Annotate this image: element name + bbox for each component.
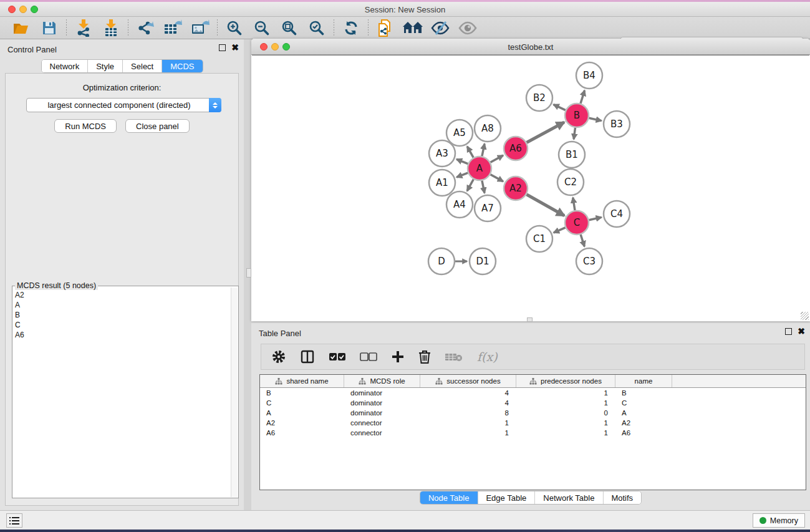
add-row-icon[interactable] [391, 347, 405, 366]
save-session-icon[interactable] [39, 19, 60, 37]
node-D1[interactable]: D1 [470, 248, 496, 274]
edge-A6-B[interactable] [527, 122, 564, 143]
deselect-all-icon[interactable] [360, 347, 377, 366]
run-mcds-button[interactable]: Run MCDS [54, 119, 117, 133]
table-cell[interactable]: B [260, 389, 344, 397]
table-cell[interactable]: 1 [516, 389, 615, 397]
zoom-out-icon[interactable] [251, 19, 272, 37]
network-graph[interactable]: AA1A2A3A4A5A6A7A8BB1B2B3B4CC1C2C3C4DD1 [252, 56, 809, 321]
edge-A-A2[interactable] [491, 175, 503, 181]
node-A6[interactable]: A6 [504, 137, 528, 160]
horizontal-divider-grip[interactable] [527, 317, 533, 322]
table-cell[interactable]: B [615, 389, 672, 397]
settings-gear-icon[interactable] [271, 347, 286, 366]
edge-B-B2[interactable] [554, 105, 566, 110]
edge-A-A5[interactable] [467, 147, 473, 158]
node-B1[interactable]: B1 [559, 142, 585, 168]
edge-B-B4[interactable] [581, 90, 585, 104]
tab-select[interactable]: Select [123, 60, 162, 72]
node-C4[interactable]: C4 [604, 201, 630, 227]
node-D[interactable]: D [428, 248, 455, 274]
node-A2[interactable]: A2 [504, 177, 528, 200]
tab-style[interactable]: Style [88, 60, 123, 72]
result-item[interactable]: A [15, 300, 24, 310]
criterion-dropdown[interactable]: largest connected component (directed) [26, 98, 221, 112]
table-cell[interactable]: 4 [420, 389, 516, 397]
node-C1[interactable]: C1 [526, 226, 552, 252]
node-A3[interactable]: A3 [429, 140, 455, 167]
tab-mcds[interactable]: MCDS [162, 60, 202, 72]
edge-A-A8[interactable] [482, 143, 485, 156]
table-row[interactable]: A6connector11A6 [260, 428, 806, 438]
export-network-icon[interactable] [135, 19, 156, 37]
column-header-shared-name[interactable]: shared name [260, 375, 344, 387]
result-scrollbar[interactable] [231, 288, 238, 497]
node-A4[interactable]: A4 [446, 191, 473, 218]
show-column-icon[interactable] [300, 347, 315, 366]
edge-C-C1[interactable] [554, 228, 566, 233]
network-canvas[interactable]: AA1A2A3A4A5A6A7A8BB1B2B3B4CC1C2C3C4DD1 [252, 55, 809, 321]
result-item[interactable]: A6 [15, 330, 24, 340]
tab-edge-table[interactable]: Edge Table [478, 491, 535, 504]
hide-graphics-details-icon[interactable] [430, 19, 451, 37]
table-cell[interactable]: 4 [420, 399, 516, 407]
table-cell[interactable]: A2 [260, 419, 344, 427]
export-image-icon[interactable] [190, 19, 211, 37]
tab-network[interactable]: Network [41, 60, 88, 72]
table-cell[interactable]: A6 [260, 429, 344, 437]
float-panel-icon[interactable] [219, 44, 226, 51]
table-cell[interactable]: dominator [344, 409, 420, 417]
table-cell[interactable]: dominator [344, 399, 420, 407]
edge-A-A1[interactable] [456, 173, 468, 177]
memory-button[interactable]: Memory [753, 513, 805, 528]
table-cell[interactable]: A [615, 409, 672, 417]
table-cell[interactable]: dominator [344, 389, 420, 397]
table-cell[interactable]: A2 [615, 419, 672, 427]
edge-C-C2[interactable] [573, 198, 575, 211]
close-table-panel-icon[interactable]: ✖ [798, 328, 805, 335]
table-cell[interactable]: A [260, 409, 344, 417]
node-A[interactable]: A [468, 157, 491, 180]
edge-A-A6[interactable] [491, 155, 503, 162]
table-cell[interactable]: C [260, 399, 344, 407]
result-item[interactable]: A2 [15, 290, 24, 300]
result-item[interactable]: B [15, 310, 24, 320]
column-header-name[interactable]: name [615, 375, 672, 387]
table-cell[interactable]: A6 [615, 429, 672, 437]
close-panel-icon[interactable]: ✖ [231, 44, 239, 51]
close-panel-button[interactable]: Close panel [125, 119, 190, 133]
table-cell[interactable]: 1 [516, 399, 615, 407]
node-B2[interactable]: B2 [526, 85, 552, 111]
column-header-successor-nodes[interactable]: successor nodes [420, 375, 516, 387]
show-preview-eye-icon[interactable] [457, 19, 478, 37]
clone-network-icon[interactable] [375, 19, 396, 37]
table-row[interactable]: Adominator80A [260, 408, 806, 418]
zoom-fit-icon[interactable] [279, 19, 300, 37]
edge-A-A4[interactable] [467, 180, 473, 191]
edge-B-B3[interactable] [589, 118, 602, 120]
table-cell[interactable]: 1 [420, 429, 516, 437]
open-session-icon[interactable] [11, 19, 32, 37]
edge-A2-C[interactable] [526, 195, 564, 216]
table-cell[interactable]: 1 [420, 419, 516, 427]
node-C[interactable]: C [565, 211, 589, 235]
node-table[interactable]: shared nameMCDS rolesuccessor nodesprede… [259, 374, 806, 490]
float-table-panel-icon[interactable] [785, 328, 792, 335]
edge-A-A3[interactable] [456, 159, 468, 163]
table-cell[interactable]: connector [344, 419, 420, 427]
delete-row-icon[interactable] [418, 347, 431, 366]
delete-table-icon[interactable] [445, 347, 463, 366]
panel-divider-grip[interactable] [246, 268, 251, 278]
edge-B-B1[interactable] [574, 128, 575, 139]
home-icon[interactable] [402, 19, 423, 37]
column-header-predecessor-nodes[interactable]: predecessor nodes [516, 375, 615, 387]
table-cell[interactable]: C [615, 399, 672, 407]
node-B4[interactable]: B4 [576, 62, 602, 89]
node-C2[interactable]: C2 [557, 169, 584, 195]
zoom-in-icon[interactable] [224, 19, 245, 37]
table-cell[interactable]: 1 [516, 419, 615, 427]
node-B[interactable]: B [565, 104, 589, 127]
edge-A-A7[interactable] [482, 181, 485, 193]
mcds-result-list[interactable]: A2ABCA6 [15, 290, 24, 340]
table-row[interactable]: Bdominator41B [260, 388, 806, 398]
